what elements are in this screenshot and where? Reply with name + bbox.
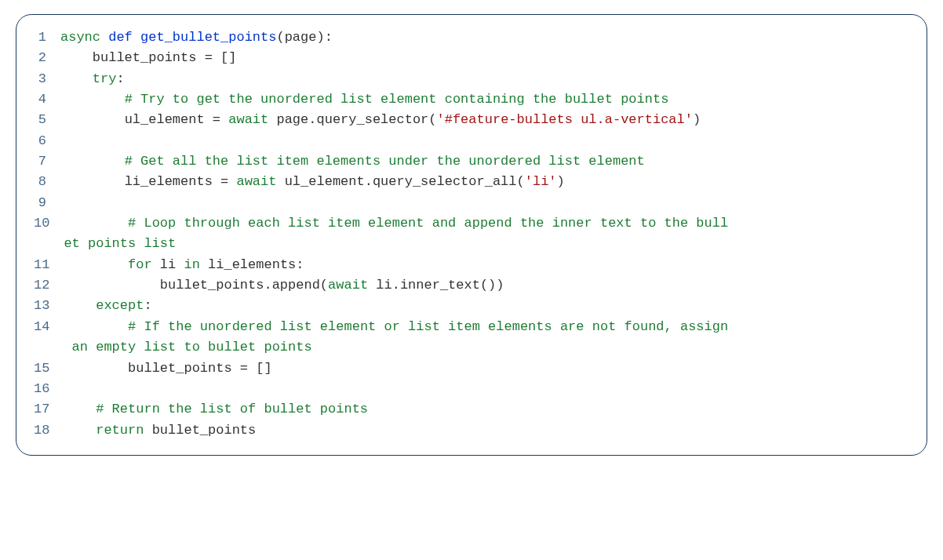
line-number: 4 (34, 89, 60, 110)
line-number: 2 (34, 48, 60, 68)
code-token: 'li' (525, 174, 557, 189)
code-token: '#feature-bullets ul.a-vertical' (437, 112, 693, 127)
code-token: try (93, 71, 117, 86)
code-token: for (128, 257, 152, 272)
code-token: get_bullet_points (140, 30, 276, 45)
code-token: # If the unordered list element or list … (128, 319, 728, 334)
line-number: 16 (34, 379, 64, 399)
code-content: et points list (64, 234, 909, 254)
line-number: 14 (34, 317, 64, 337)
code-token: li_elements = (60, 174, 236, 189)
code-token: : (116, 71, 124, 86)
code-token: et points list (64, 236, 176, 251)
code-token: return (96, 423, 144, 438)
code-line: 18 return bullet_points (34, 420, 909, 441)
code-content: # Loop through each list item element an… (64, 213, 909, 234)
code-token: # Try to get the unordered list element … (125, 92, 669, 107)
code-token: # Return the list of bullet points (96, 402, 368, 416)
code-token (64, 402, 96, 416)
line-number: 7 (34, 151, 60, 172)
code-token (64, 423, 96, 438)
code-line: 14 # If the unordered list element or li… (34, 317, 909, 337)
code-token: : (144, 298, 151, 313)
line-number: 1 (34, 27, 60, 48)
code-line: 1async def get_bullet_points(page): (34, 27, 909, 48)
code-token: (page): (276, 30, 332, 45)
code-token: page.query_selector( (268, 112, 436, 127)
line-number: 10 (34, 213, 64, 234)
code-content: async def get_bullet_points(page): (60, 27, 909, 48)
code-line-wrapped: 14 an empty list to bullet points (34, 337, 909, 358)
code-content: bullet_points = [] (60, 48, 909, 68)
code-token (60, 71, 93, 86)
code-token: bullet_points = [] (60, 50, 236, 65)
line-number: 17 (34, 399, 64, 420)
code-line: 2 bullet_points = [] (34, 48, 909, 68)
code-token (64, 319, 128, 334)
code-token: an empty list to bullet points (64, 340, 311, 355)
code-line: 9 (34, 193, 909, 213)
code-content: bullet_points = [] (64, 358, 909, 379)
code-token: li.inner_text()) (368, 278, 504, 293)
code-token: await (328, 278, 368, 293)
code-token: # Loop through each list item element an… (128, 216, 728, 231)
code-content: # Return the list of bullet points (64, 399, 909, 420)
code-token (133, 30, 140, 45)
code-token: in (184, 257, 199, 272)
code-token: li (152, 257, 184, 272)
code-token: bullet_points = [] (64, 361, 271, 376)
code-content: try: (60, 69, 909, 89)
code-content: except: (64, 296, 909, 316)
code-token: ul_element.query_selector_all( (276, 174, 524, 189)
code-content: # If the unordered list element or list … (64, 317, 909, 337)
code-line: 17 # Return the list of bullet points (34, 399, 909, 420)
code-line: 11 for li in li_elements: (34, 255, 909, 275)
code-line: 13 except: (34, 296, 909, 316)
code-token (64, 257, 128, 272)
line-number: 13 (34, 296, 64, 316)
line-number: 9 (34, 193, 60, 213)
line-number: 5 (34, 110, 60, 130)
code-line: 8 li_elements = await ul_element.query_s… (34, 172, 909, 192)
code-token (64, 216, 128, 231)
code-content: ul_element = await page.query_selector('… (60, 110, 909, 130)
code-content: # Try to get the unordered list element … (60, 89, 909, 110)
code-token: except (96, 298, 144, 313)
code-token: await (236, 174, 276, 189)
code-token: ) (557, 174, 565, 189)
line-number: 6 (34, 131, 60, 151)
code-token: ul_element = (60, 112, 228, 127)
code-line: 4 # Try to get the unordered list elemen… (34, 89, 909, 110)
code-line: 7 # Get all the list item elements under… (34, 151, 909, 172)
code-content: li_elements = await ul_element.query_sel… (60, 172, 909, 192)
code-content: # Get all the list item elements under t… (60, 151, 909, 172)
code-token (60, 92, 125, 107)
code-token: def (108, 30, 133, 45)
code-line: 6 (34, 131, 909, 151)
code-line: 5 ul_element = await page.query_selector… (34, 110, 909, 130)
code-line: 12 bullet_points.append(await li.inner_t… (34, 275, 909, 296)
code-token: li_elements: (200, 257, 304, 272)
code-token: await (228, 112, 268, 127)
code-token: bullet_points.append( (64, 278, 328, 293)
code-content: return bullet_points (64, 420, 909, 441)
code-line: 3 try: (34, 69, 909, 89)
code-token: bullet_points (144, 423, 256, 438)
code-block: 1async def get_bullet_points(page):2 bul… (16, 14, 927, 456)
code-token (64, 298, 96, 313)
line-number: 11 (34, 255, 64, 275)
code-token (100, 30, 108, 45)
code-content: bullet_points.append(await li.inner_text… (64, 275, 909, 296)
line-number: 18 (34, 420, 64, 441)
line-number: 12 (34, 275, 64, 296)
code-content: an empty list to bullet points (64, 337, 909, 358)
code-line: 10 # Loop through each list item element… (34, 213, 909, 234)
code-token: ) (693, 112, 701, 127)
code-line: 16 (34, 379, 909, 399)
code-token (60, 154, 125, 169)
code-token: async (60, 30, 100, 45)
code-line: 15 bullet_points = [] (34, 358, 909, 379)
line-number: 3 (34, 69, 60, 89)
line-number: 15 (34, 358, 64, 379)
line-number: 8 (34, 172, 60, 192)
